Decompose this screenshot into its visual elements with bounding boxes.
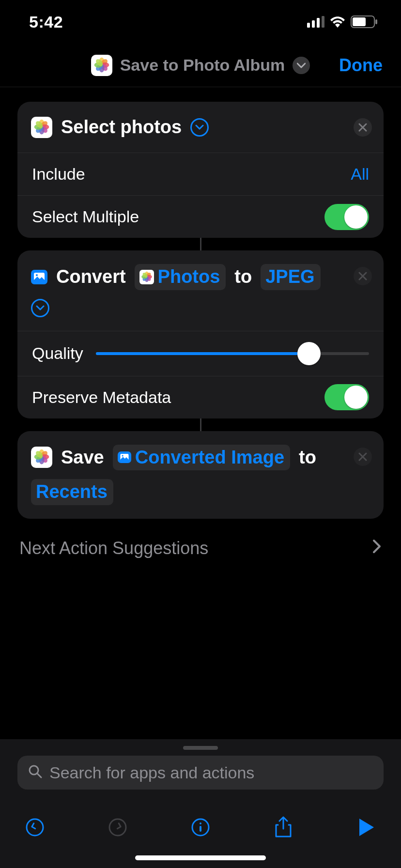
select-multiple-label: Select Multiple (32, 207, 139, 226)
workflow-content: Select photos Include All Select Multipl… (0, 87, 401, 558)
suggestions-label: Next Action Suggestions (19, 538, 208, 558)
svg-point-14 (109, 819, 126, 836)
cellular-icon (307, 16, 324, 28)
token-label: JPEG (265, 265, 314, 289)
expand-chevron-icon[interactable] (31, 299, 49, 317)
action-convert-image: Convert Photos to (17, 250, 384, 418)
search-placeholder: Search for apps and actions (49, 763, 254, 782)
photos-app-icon (31, 117, 52, 138)
preserve-metadata-row: Preserve Metadata (17, 376, 384, 418)
token-label: Photos (158, 265, 220, 289)
svg-point-8 (36, 274, 38, 276)
svg-point-13 (27, 819, 43, 836)
connector-line (200, 418, 201, 431)
home-indicator[interactable] (135, 855, 266, 860)
svg-rect-3 (322, 16, 324, 28)
run-button[interactable] (355, 816, 378, 839)
info-button[interactable] (189, 816, 212, 839)
convert-mid: to (234, 265, 252, 289)
status-icons (307, 16, 378, 28)
action-save-to-album: Save Converted Image to Recents (17, 431, 384, 519)
include-row[interactable]: Include All (17, 153, 384, 195)
svg-point-16 (200, 822, 201, 824)
save-mid: to (299, 446, 316, 469)
chevron-right-icon (372, 538, 382, 558)
select-multiple-toggle[interactable] (324, 204, 369, 230)
format-token[interactable]: JPEG (261, 264, 320, 290)
share-button[interactable] (272, 816, 295, 839)
undo-button[interactable] (23, 816, 46, 839)
svg-rect-6 (375, 19, 377, 24)
token-label: Converted Image (135, 446, 284, 469)
toolbar (0, 801, 401, 853)
battery-icon (351, 16, 378, 28)
convert-prefix: Convert (56, 265, 126, 289)
sheet-grabber[interactable] (183, 746, 218, 750)
include-value[interactable]: All (351, 165, 369, 184)
svg-point-10 (122, 455, 123, 457)
nav-title-group[interactable]: Save to Photo Album (91, 55, 310, 76)
status-bar: 5:42 (0, 0, 401, 44)
close-icon[interactable] (354, 448, 372, 466)
done-button[interactable]: Done (339, 55, 383, 76)
quality-slider[interactable] (96, 343, 369, 364)
shortcut-title: Save to Photo Album (120, 56, 285, 75)
include-label: Include (32, 165, 85, 184)
svg-rect-5 (353, 17, 366, 26)
wifi-icon (329, 16, 346, 28)
photos-app-icon (31, 447, 52, 468)
search-icon (28, 764, 43, 781)
nav-bar: Save to Photo Album Done (0, 44, 401, 87)
action-select-photos: Select photos Include All Select Multipl… (17, 102, 384, 238)
input-variable-token[interactable]: Converted Image (113, 445, 290, 470)
svg-rect-2 (317, 18, 320, 28)
search-field[interactable]: Search for apps and actions (17, 756, 384, 790)
image-variable-icon (118, 451, 131, 463)
bottom-sheet: Search for apps and actions (0, 739, 401, 868)
connector-line (200, 238, 201, 250)
svg-rect-17 (200, 826, 201, 832)
redo-button[interactable] (106, 816, 129, 839)
svg-rect-1 (312, 20, 315, 28)
action-header[interactable]: Select photos (17, 102, 384, 153)
title-menu-chevron-icon[interactable] (293, 57, 310, 74)
next-action-suggestions[interactable]: Next Action Suggestions (17, 519, 384, 558)
token-label: Recents (36, 480, 108, 504)
action-header[interactable]: Convert Photos to (17, 250, 384, 330)
quality-row: Quality (17, 331, 384, 376)
photos-app-icon (139, 270, 154, 284)
image-action-icon (31, 270, 47, 284)
action-title: Select photos (61, 115, 182, 139)
album-token[interactable]: Recents (31, 479, 113, 505)
quality-label: Quality (32, 344, 83, 363)
preserve-metadata-toggle[interactable] (324, 384, 369, 410)
save-prefix: Save (61, 446, 104, 469)
close-icon[interactable] (354, 118, 372, 137)
expand-chevron-icon[interactable] (190, 118, 209, 137)
svg-line-12 (37, 774, 41, 777)
action-header[interactable]: Save Converted Image to Recents (17, 431, 384, 519)
svg-rect-0 (307, 23, 310, 28)
input-variable-token[interactable]: Photos (135, 264, 226, 290)
status-time: 5:42 (29, 13, 63, 31)
preserve-metadata-label: Preserve Metadata (32, 388, 171, 407)
select-multiple-row: Select Multiple (17, 195, 384, 238)
photos-app-icon (91, 55, 112, 76)
